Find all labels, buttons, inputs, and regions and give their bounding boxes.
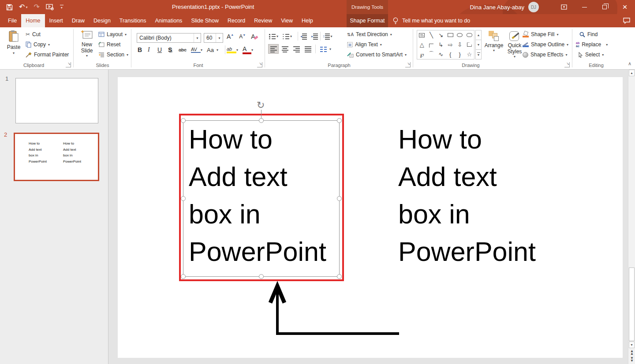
font-name-dropdown-icon[interactable]: ▾ <box>194 33 201 42</box>
account-area[interactable]: Dina Jane Abay-abay DJ <box>470 0 539 14</box>
columns-caret-icon[interactable]: ▾ <box>329 47 331 51</box>
columns-button[interactable] <box>318 44 329 54</box>
font-dialog-launcher[interactable]: ↘ <box>257 62 262 67</box>
format-painter-button[interactable]: Format Painter <box>26 52 69 58</box>
increase-indent-icon[interactable]: ▸ <box>311 33 318 40</box>
redo-icon[interactable]: ↷ <box>34 4 39 11</box>
numbering-icon[interactable] <box>283 33 289 39</box>
shape-right-arrow-icon[interactable]: ⇨ <box>446 40 456 50</box>
vertical-scrollbar[interactable]: ▲ ▼ ▲▲ ▼▼ <box>628 70 635 364</box>
resize-handle-bottom-left[interactable] <box>181 274 186 279</box>
bold-button[interactable]: B <box>138 46 148 53</box>
tab-shape-format[interactable]: Shape Format <box>347 14 388 27</box>
shape-effects-button[interactable]: Shape Effects ▾ <box>523 52 568 58</box>
arrange-button[interactable]: Arrange ▾ <box>484 31 504 52</box>
start-slideshow-icon[interactable] <box>46 4 54 11</box>
find-button[interactable]: Find <box>579 31 598 37</box>
close-button[interactable]: × <box>615 0 635 14</box>
resize-handle-bottom-center[interactable] <box>259 274 264 279</box>
shape-line-arrow-icon[interactable]: ↘ <box>436 30 446 40</box>
slide-editing-area[interactable]: How toAdd textbox inPowerPoint How toAdd… <box>108 70 628 364</box>
paragraph-dialog-launcher[interactable]: ↘ <box>405 62 411 67</box>
shape-rounded-rectangle-icon[interactable] <box>465 30 474 40</box>
decrease-font-size-button[interactable]: A▼ <box>239 33 246 40</box>
tab-help[interactable]: Help <box>297 14 318 27</box>
tab-insert[interactable]: Insert <box>45 14 67 27</box>
textbox-right-text[interactable]: How toAdd textbox inPowerPoint <box>398 121 536 271</box>
tab-slide-show[interactable]: Slide Show <box>187 14 223 27</box>
copy-button[interactable]: Copy ▾ <box>26 41 50 48</box>
shape-star-icon[interactable]: ☆ <box>465 49 474 59</box>
character-spacing-caret-icon[interactable]: ▾ <box>201 48 207 52</box>
resize-handle-middle-right[interactable] <box>337 196 342 201</box>
character-spacing-button[interactable]: AV <box>191 47 201 53</box>
tab-animations[interactable]: Animations <box>151 14 187 27</box>
rotation-handle-icon[interactable]: ↻ <box>257 100 265 110</box>
paste-button[interactable]: Paste ▾ <box>4 30 23 55</box>
shape-fill-button[interactable]: Shape Fill ▾ <box>523 31 558 37</box>
shape-textbox-icon[interactable] <box>417 30 427 40</box>
text-shadow-button[interactable]: S <box>168 46 179 53</box>
replace-button[interactable]: ab ac Replace ▾ <box>576 41 608 48</box>
restore-button[interactable] <box>594 0 615 14</box>
tab-view[interactable]: View <box>276 14 297 27</box>
increase-font-size-button[interactable]: A▲ <box>227 33 234 40</box>
bullets-icon[interactable] <box>269 33 276 39</box>
font-size-dropdown-icon[interactable]: ▾ <box>216 33 223 42</box>
highlight-color-button[interactable]: ab <box>227 46 236 53</box>
cut-button[interactable]: ✂ Cut <box>26 31 41 37</box>
customize-qat-icon[interactable]: ▾ <box>60 5 64 10</box>
bullets-caret-icon[interactable]: ▾ <box>276 34 282 38</box>
shape-scribble-icon[interactable]: ℘ <box>417 49 427 59</box>
text-direction-button[interactable]: ⇅A Text Direction ▾ <box>347 31 392 37</box>
shape-rectangle-icon[interactable] <box>446 30 456 40</box>
convert-smartart-button[interactable]: Convert to SmartArt ▾ <box>347 52 407 58</box>
select-button[interactable]: Select ▾ <box>578 52 604 58</box>
tab-design[interactable]: Design <box>89 14 115 27</box>
collapse-ribbon-icon[interactable]: ∧ <box>628 61 631 67</box>
shape-triangle-icon[interactable]: △ <box>417 40 427 50</box>
feedback-comment-icon[interactable] <box>623 14 631 27</box>
strikethrough-button[interactable]: abc <box>179 47 191 52</box>
tab-draw[interactable]: Draw <box>67 14 89 27</box>
tab-file[interactable]: File <box>4 14 21 27</box>
font-name-combobox[interactable]: Calibri (Body) ▾ <box>137 33 201 43</box>
align-left-button[interactable] <box>268 44 279 54</box>
save-icon[interactable] <box>6 4 13 11</box>
section-button[interactable]: Section ▾ <box>98 52 128 58</box>
align-center-button[interactable] <box>280 44 290 54</box>
shape-arc-icon[interactable]: ⌒ <box>427 49 437 59</box>
avatar[interactable]: DJ <box>528 2 539 12</box>
previous-slide-icon[interactable]: ▲▲ <box>628 350 635 355</box>
italic-button[interactable]: I <box>148 46 157 53</box>
tab-transitions[interactable]: Transitions <box>115 14 151 27</box>
numbering-caret-icon[interactable]: ▾ <box>290 34 295 38</box>
shape-down-arrow-icon[interactable]: ⇩ <box>455 40 465 50</box>
shape-corner-icon[interactable] <box>465 40 474 50</box>
underline-button[interactable]: U <box>157 46 168 53</box>
resize-handle-top-center[interactable] <box>259 118 264 123</box>
tab-record[interactable]: Record <box>223 14 250 27</box>
next-slide-icon[interactable]: ▼▼ <box>628 357 635 362</box>
clear-formatting-button[interactable]: A <box>251 33 258 40</box>
gallery-scroll-up-icon[interactable]: ▲ <box>475 30 482 40</box>
font-color-button[interactable]: A <box>243 45 251 54</box>
slide-2-thumbnail[interactable]: How to Add text box in PowerPoint How to… <box>14 133 99 181</box>
shape-elbow-connector-icon[interactable] <box>427 40 437 50</box>
change-case-button[interactable]: Aa <box>207 47 217 53</box>
font-size-combobox[interactable]: 60 ▾ <box>204 33 223 43</box>
scroll-down-icon[interactable]: ▼ <box>629 342 635 348</box>
minimize-button[interactable] <box>574 0 594 14</box>
shape-curve-icon[interactable]: ∿ <box>436 49 446 59</box>
gallery-more-icon[interactable]: ▼ <box>475 50 482 59</box>
tab-home[interactable]: Home <box>21 14 45 27</box>
undo-caret-icon[interactable]: ▾ <box>26 5 27 9</box>
quick-styles-button[interactable]: Quick Styles ▾ <box>504 31 525 59</box>
shape-oval-icon[interactable] <box>455 30 465 40</box>
line-spacing-caret-icon[interactable]: ▾ <box>331 34 336 38</box>
textbox-selection-border[interactable] <box>183 120 340 277</box>
align-right-button[interactable] <box>291 44 302 54</box>
ribbon-display-options-icon[interactable] <box>554 0 574 14</box>
resize-handle-middle-left[interactable] <box>181 196 186 201</box>
resize-handle-top-left[interactable] <box>181 118 186 123</box>
